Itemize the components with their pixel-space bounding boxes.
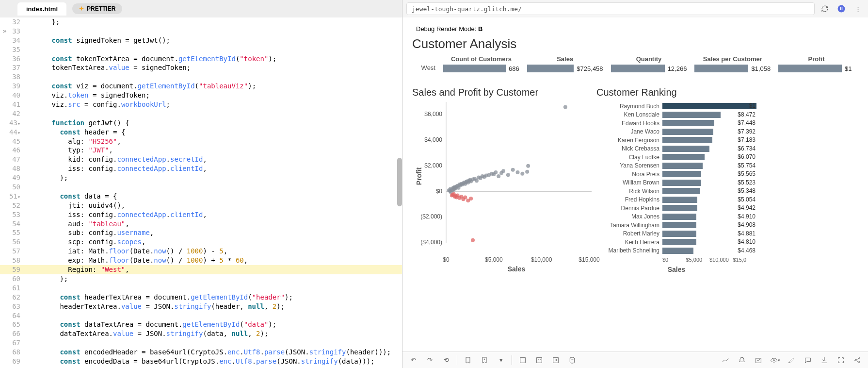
code-line[interactable]: 41 viz.src = config.workbookUrl; xyxy=(0,100,402,109)
ranking-row[interactable]: Jane Waco$7,392 xyxy=(596,128,756,136)
code-line[interactable]: 61 xyxy=(0,284,402,293)
editor-scrollbar[interactable] xyxy=(397,158,402,206)
metric-label: Sales xyxy=(527,55,603,63)
code-line[interactable]: 32 }; xyxy=(0,17,402,27)
ranking-row[interactable]: Clay Ludtke$6,070 xyxy=(596,153,756,162)
code-editor[interactable]: 32 };3334 const signedToken = getJwt();3… xyxy=(0,17,402,368)
code-line[interactable]: 63 headerTextArea.value = JSON.stringify… xyxy=(0,302,402,311)
code-line[interactable]: 51▾ const data = { xyxy=(0,192,402,201)
code-line[interactable]: 54 aud: "tableau", xyxy=(0,219,402,229)
ranking-row[interactable]: Keith Herrera$4,810 xyxy=(596,238,756,247)
code-line[interactable]: 46 typ: "JWT", xyxy=(0,146,402,155)
code-line[interactable]: 56 scp: config.scopes, xyxy=(0,237,402,247)
code-line[interactable]: 34 const signedToken = getJwt(); xyxy=(0,36,402,45)
download-icon[interactable] xyxy=(819,354,830,366)
rank-bar xyxy=(662,171,701,177)
tab-file[interactable]: index.html xyxy=(17,2,66,16)
code-line[interactable]: 35 xyxy=(0,45,402,54)
ranking-row[interactable]: William Brown$5,523 xyxy=(596,179,756,187)
code-line[interactable]: 53 iss: config.connectedApp.clientId, xyxy=(0,210,402,219)
rank-bar xyxy=(662,180,701,186)
code-line[interactable]: 37 tokenTextArea.value = signedToken; xyxy=(0,63,402,72)
view-orig-icon[interactable] xyxy=(517,354,529,366)
more-icon[interactable]: ⋮ xyxy=(852,2,864,15)
code-line[interactable]: 59 Region: "West", xyxy=(0,265,402,274)
code-line[interactable]: 48 iss: config.connectedApp.clientId, xyxy=(0,164,402,173)
code-line[interactable]: 33 xyxy=(0,27,402,36)
code-line[interactable]: 52 jti: uuidv4(), xyxy=(0,201,402,210)
ranking-row[interactable]: Maribeth Schnelling$4,468 xyxy=(596,247,756,255)
code-line[interactable]: 58 exp: Math.floor(Date.now() / 1000) + … xyxy=(0,256,402,265)
metrics-icon[interactable] xyxy=(720,354,731,366)
code-line[interactable]: 65 const dataTextArea = document.getElem… xyxy=(0,320,402,329)
code-line[interactable]: 50 xyxy=(0,183,402,192)
rank-bar xyxy=(662,214,696,220)
ranking-row[interactable]: Raymond Buch$1 xyxy=(596,102,756,111)
dropdown-icon[interactable]: ▾ xyxy=(495,354,507,366)
view-refresh-icon[interactable] xyxy=(533,354,545,366)
code-line[interactable]: 60 }; xyxy=(0,274,402,284)
line-number: 36 xyxy=(0,54,27,64)
refresh-icon[interactable] xyxy=(819,2,831,15)
ask-icon[interactable] xyxy=(753,354,764,366)
prettier-button[interactable]: ✦ PRETTIER xyxy=(72,3,122,14)
comment-icon[interactable] xyxy=(802,354,814,366)
ranking-row[interactable]: Max Jones$4,910 xyxy=(596,213,756,221)
rank-bar xyxy=(662,188,700,194)
ranking-row[interactable]: Ken Lonsdale$8,472 xyxy=(596,111,756,119)
metric-sales[interactable]: Sales$725,458 xyxy=(523,55,607,72)
share-icon[interactable] xyxy=(852,354,863,366)
ranking-row[interactable]: Nick Crebassa$6,734 xyxy=(596,145,756,153)
ranking-row[interactable]: Edward Hooks$7,448 xyxy=(596,119,756,128)
code-line[interactable]: 39 const viz = document.getElementById("… xyxy=(0,82,402,91)
code-line[interactable]: 49 }; xyxy=(0,173,402,183)
debug-label: Debug Render Mode: xyxy=(416,25,476,33)
ranking-row[interactable]: Yana Sorensen$5,754 xyxy=(596,162,756,170)
ranking-row[interactable]: Rick Wilson$5,348 xyxy=(596,187,756,196)
data-icon[interactable] xyxy=(566,354,578,366)
bookmark-icon[interactable] xyxy=(462,354,474,366)
code-line[interactable]: 45 alg: "HS256", xyxy=(0,137,402,146)
ranking-row[interactable]: Tamara Willingham$4,908 xyxy=(596,221,756,230)
metric-sales-per-customer[interactable]: Sales per Customer$1,058 xyxy=(691,55,774,72)
visibility-icon[interactable]: ▾ xyxy=(769,354,781,366)
ranking-row[interactable]: Karen Ferguson$7,183 xyxy=(596,136,756,145)
code-line[interactable]: 43▾ function getJwt() { xyxy=(0,118,402,128)
scatter-canvas[interactable]: Profit $6,000$4,000$2,000$0($2,000)($4,0… xyxy=(412,102,592,262)
revert-icon[interactable]: ⟲ xyxy=(440,354,452,366)
ranking-row[interactable]: Nora Preis$5,565 xyxy=(596,170,756,179)
line-number: 59 xyxy=(0,265,27,274)
code-line[interactable]: 64 xyxy=(0,311,402,320)
pause-data-icon[interactable] xyxy=(550,354,562,366)
url-input[interactable] xyxy=(406,2,815,15)
code-line[interactable]: 68 const encodedHeader = base64url(Crypt… xyxy=(0,348,402,357)
metric-count-of-customers[interactable]: Count of Customers686 xyxy=(439,55,523,72)
code-line[interactable]: 62 const headerTextArea = document.getEl… xyxy=(0,293,402,302)
edit-icon[interactable] xyxy=(786,354,797,366)
debug-value: B xyxy=(478,25,482,33)
metric-profit[interactable]: Profit$1 xyxy=(774,55,858,72)
code-line[interactable]: 57 iat: Math.floor(Date.now() / 1000) - … xyxy=(0,247,402,256)
bookmark-add-icon[interactable] xyxy=(479,354,490,366)
ranking-row[interactable]: Dennis Pardue$4,942 xyxy=(596,204,756,213)
fullscreen-icon[interactable] xyxy=(835,354,847,366)
code-line[interactable]: 70 xyxy=(0,366,402,368)
code-line[interactable]: 38 xyxy=(0,72,402,82)
code-line[interactable]: 44▾ const header = { xyxy=(0,128,402,137)
code-line[interactable]: 42 xyxy=(0,109,402,118)
undo-icon[interactable]: ↶ xyxy=(407,354,419,366)
redo-icon[interactable]: ↷ xyxy=(424,354,435,366)
rank-name: Max Jones xyxy=(596,213,659,220)
ranking-row[interactable]: Robert Marley$4,881 xyxy=(596,230,756,238)
code-line[interactable]: 36 const tokenTextArea = document.getEle… xyxy=(0,54,402,64)
alert-icon[interactable] xyxy=(736,354,748,366)
ranking-row[interactable]: Fred Hopkins$5,054 xyxy=(596,196,756,204)
code-line[interactable]: 40 viz.token = signedToken; xyxy=(0,91,402,100)
code-line[interactable]: 47 kid: config.connectedApp.secretId, xyxy=(0,155,402,164)
code-line[interactable]: 66 dataTextArea.value = JSON.stringify(d… xyxy=(0,329,402,338)
metric-quantity[interactable]: Quantity12,266 xyxy=(607,55,691,72)
code-line[interactable]: 67 xyxy=(0,338,402,348)
pause-icon[interactable] xyxy=(835,2,848,15)
code-line[interactable]: 55 sub: config.username, xyxy=(0,228,402,237)
code-line[interactable]: 69 const encodedData = base64url(CryptoJ… xyxy=(0,357,402,366)
